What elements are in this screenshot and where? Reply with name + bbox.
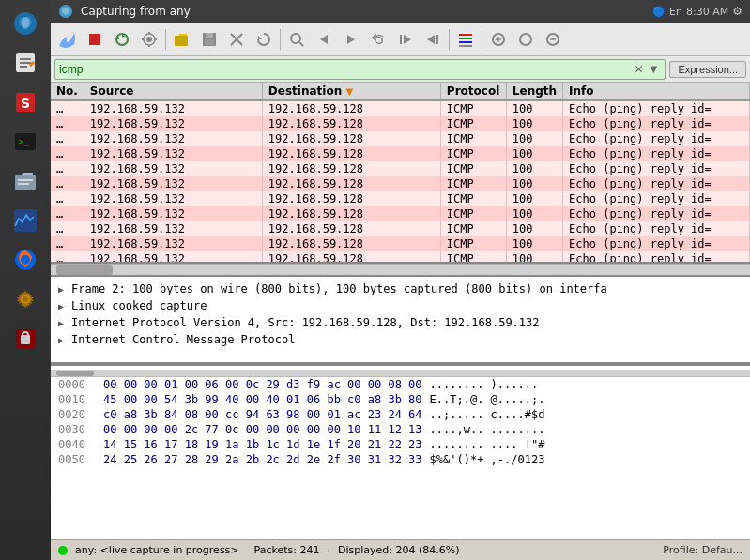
cell-source: 192.168.59.132 xyxy=(84,251,262,264)
sidebar-s-icon[interactable]: S xyxy=(8,84,43,120)
toolbar-restart-btn[interactable] xyxy=(109,26,135,53)
sidebar-terminal[interactable]: >_ xyxy=(8,124,43,159)
hex-row: 0030 00 00 00 00 2c 77 0c 00 00 00 00 00… xyxy=(51,422,750,437)
hex-bytes: c0 a8 3b 84 08 00 cc 94 63 98 00 01 ac 2… xyxy=(103,408,422,421)
bluetooth-icon: 🔵 xyxy=(652,6,666,18)
cell-no: … xyxy=(51,146,84,161)
col-source[interactable]: Source xyxy=(84,83,262,100)
main-content: Capturing from any 🔵 En 8:30 AM ⚙ xyxy=(51,0,750,560)
toolbar-close-btn[interactable] xyxy=(223,26,250,53)
detail-row[interactable]: ▶ Linux cooked capture xyxy=(51,297,750,314)
col-destination[interactable]: Destination ▼ xyxy=(262,83,440,100)
hex-ascii: $%&'()*+ ,-./0123 xyxy=(430,453,545,466)
sidebar-pencil[interactable] xyxy=(8,45,43,81)
cell-source: 192.168.59.132 xyxy=(84,161,262,176)
svg-point-22 xyxy=(146,37,152,42)
hex-offset: 0050 xyxy=(58,453,96,466)
cell-destination: 192.168.59.128 xyxy=(262,206,440,221)
table-row[interactable]: … 192.168.59.132 192.168.59.128 ICMP 100… xyxy=(51,131,750,146)
svg-marker-37 xyxy=(347,35,355,44)
cell-length: 100 xyxy=(506,191,562,206)
detail-row[interactable]: ▶ Internet Protocol Version 4, Src: 192.… xyxy=(51,314,750,331)
table-row[interactable]: … 192.168.59.132 192.168.59.128 ICMP 100… xyxy=(51,221,750,236)
toolbar-save-btn[interactable] xyxy=(196,26,222,53)
hscroll[interactable] xyxy=(51,264,750,275)
sidebar-wireshark[interactable] xyxy=(8,6,43,41)
toolbar-stop-btn[interactable] xyxy=(82,26,108,53)
toolbar-open-btn[interactable] xyxy=(169,26,195,53)
hex-row: 0050 24 25 26 27 28 29 2a 2b 2c 2d 2e 2f… xyxy=(51,452,750,467)
toolbar-find-btn[interactable] xyxy=(283,26,310,53)
svg-rect-44 xyxy=(459,41,472,43)
cell-no: … xyxy=(51,251,84,264)
svg-marker-41 xyxy=(427,35,435,44)
toolbar-zoomnormal-btn[interactable] xyxy=(513,26,539,53)
col-no[interactable]: No. xyxy=(51,83,84,100)
cell-length: 100 xyxy=(506,161,562,176)
toolbar-zoomin-btn[interactable] xyxy=(485,26,512,53)
filter-input[interactable] xyxy=(59,63,631,76)
filter-dropdown-btn[interactable]: ▼ xyxy=(646,62,661,77)
detail-row[interactable]: ▶ Internet Control Message Protocol xyxy=(51,331,750,348)
hex-bytes: 14 15 16 17 18 19 1a 1b 1c 1d 1e 1f 20 2… xyxy=(103,438,422,451)
detail-row[interactable]: ▶ Frame 2: 100 bytes on wire (800 bits),… xyxy=(51,280,750,297)
sidebar-security[interactable] xyxy=(8,321,43,356)
filter-expression-btn[interactable]: Expression... xyxy=(669,61,746,78)
toolbar-first-btn[interactable] xyxy=(392,26,419,53)
col-length[interactable]: Length xyxy=(506,83,562,100)
toolbar-goback-btn[interactable] xyxy=(365,26,391,53)
hex-bytes: 24 25 26 27 28 29 2a 2b 2c 2d 2e 2f 30 3… xyxy=(103,453,422,466)
table-row[interactable]: … 192.168.59.132 192.168.59.128 ICMP 100… xyxy=(51,100,750,116)
table-row[interactable]: … 192.168.59.132 192.168.59.128 ICMP 100… xyxy=(51,251,750,264)
cell-protocol: ICMP xyxy=(440,176,506,191)
toolbar-options-btn[interactable] xyxy=(136,26,162,53)
filter-clear-btn[interactable]: ✕ xyxy=(631,62,646,77)
toolbar-zoomout-btn[interactable] xyxy=(540,26,566,53)
app-icon xyxy=(58,4,73,19)
hscroll-thumb[interactable] xyxy=(56,265,113,275)
toolbar-sep4 xyxy=(482,29,482,50)
toolbar-prev-btn[interactable] xyxy=(311,26,337,53)
cell-source: 192.168.59.132 xyxy=(84,191,262,206)
table-row[interactable]: … 192.168.59.132 192.168.59.128 ICMP 100… xyxy=(51,146,750,161)
col-info[interactable]: Info xyxy=(563,83,750,100)
svg-rect-28 xyxy=(175,36,188,46)
hex-row: 0020 c0 a8 3b 84 08 00 cc 94 63 98 00 01… xyxy=(51,407,750,422)
toolbar-colorize-btn[interactable] xyxy=(452,26,479,53)
detail-panel: ▶ Frame 2: 100 bytes on wire (800 bits),… xyxy=(51,275,750,364)
hex-ascii: ....,w.. ........ xyxy=(430,423,545,436)
cell-protocol: ICMP xyxy=(440,116,506,131)
status-displayed: Displayed: 204 (84.6%) xyxy=(338,544,460,556)
detail-expand-icon: ▶ xyxy=(58,301,68,311)
table-row[interactable]: … 192.168.59.132 192.168.59.128 ICMP 100… xyxy=(51,161,750,176)
svg-text:>_: >_ xyxy=(19,137,29,146)
sidebar-settings[interactable] xyxy=(8,281,43,317)
sidebar-waves[interactable] xyxy=(8,203,43,238)
toolbar-next-btn[interactable] xyxy=(338,26,364,53)
sidebar-files[interactable] xyxy=(8,163,43,199)
sidebar-firefox[interactable] xyxy=(8,242,43,278)
toolbar-shark-btn[interactable] xyxy=(54,26,81,53)
hex-ascii: ..;..... c....#$d xyxy=(430,408,545,421)
svg-point-34 xyxy=(291,34,300,43)
title-text: Capturing from any xyxy=(81,5,191,18)
cell-destination: 192.168.59.128 xyxy=(262,251,440,264)
cell-length: 100 xyxy=(506,146,562,161)
table-row[interactable]: … 192.168.59.132 192.168.59.128 ICMP 100… xyxy=(51,116,750,131)
table-row[interactable]: … 192.168.59.132 192.168.59.128 ICMP 100… xyxy=(51,236,750,251)
toolbar-reload-btn[interactable] xyxy=(251,26,277,53)
status-source: any: <live capture in progress> xyxy=(75,544,239,556)
table-row[interactable]: … 192.168.59.132 192.168.59.128 ICMP 100… xyxy=(51,176,750,191)
detail-expand-icon: ▶ xyxy=(58,335,68,345)
table-row[interactable]: … 192.168.59.132 192.168.59.128 ICMP 100… xyxy=(51,206,750,221)
col-protocol[interactable]: Protocol xyxy=(440,83,506,100)
detail-text: Internet Protocol Version 4, Src: 192.16… xyxy=(71,316,540,329)
table-row[interactable]: … 192.168.59.132 192.168.59.128 ICMP 100… xyxy=(51,191,750,206)
cell-protocol: ICMP xyxy=(440,251,506,264)
filter-bar: ✕ ▼ Expression... xyxy=(51,56,750,83)
hex-ascii: ........ .... !"# xyxy=(430,438,545,451)
toolbar-last-btn[interactable] xyxy=(420,26,446,53)
cell-no: … xyxy=(51,236,84,251)
svg-point-49 xyxy=(520,34,531,45)
filter-input-wrap[interactable]: ✕ ▼ xyxy=(54,59,666,80)
